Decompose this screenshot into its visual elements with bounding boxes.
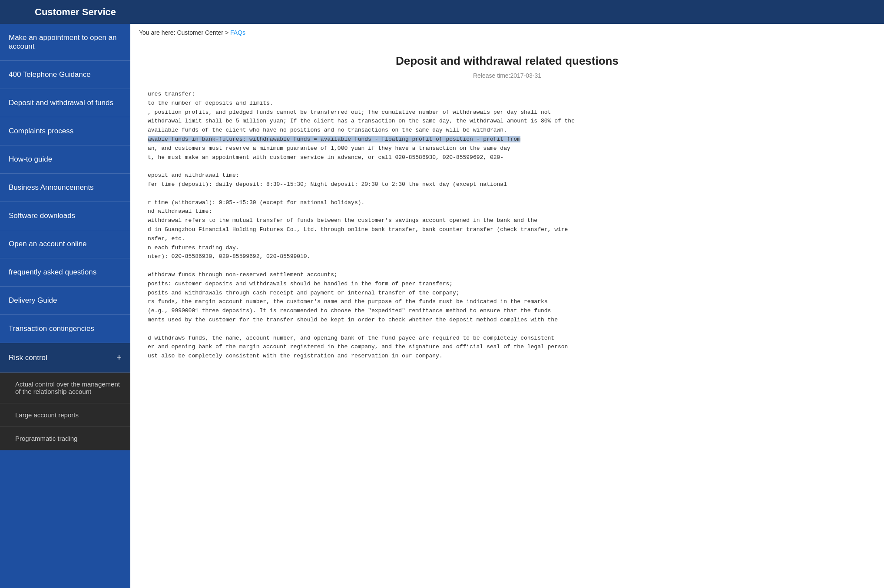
expand-icon: + <box>116 353 122 363</box>
header: Customer Service <box>0 0 884 24</box>
sidebar: Make an appointment to open an account 4… <box>0 24 130 588</box>
sidebar-item-label: Software downloads <box>9 211 75 220</box>
article-date: Release time:2017-03-31 <box>148 72 867 79</box>
sidebar-item-faq[interactable]: frequently asked questions <box>0 258 130 287</box>
sidebar-sub-item-actual-control[interactable]: Actual control over the management of th… <box>0 373 130 403</box>
sidebar-item-deposit-withdrawal[interactable]: Deposit and withdrawal of funds <box>0 89 130 117</box>
sidebar-item-telephone-guidance[interactable]: 400 Telephone Guidance <box>0 61 130 89</box>
sidebar-item-software-downloads[interactable]: Software downloads <box>0 202 130 230</box>
main-content: Deposit and withdrawal related questions… <box>130 41 884 588</box>
sidebar-item-label: frequently asked questions <box>9 268 96 277</box>
sidebar-item-complaints-process[interactable]: Complaints process <box>0 117 130 145</box>
article-content: ures transfer: to the number of deposits… <box>148 90 867 361</box>
breadcrumb-static: You are here: Customer Center > <box>139 29 230 36</box>
sidebar-sub-item-programmatic-trading[interactable]: Programmatic trading <box>0 427 130 450</box>
sidebar-item-label: Make an appointment to open an account <box>9 33 122 51</box>
sidebar-item-transaction-contingencies[interactable]: Transaction contingencies <box>0 315 130 343</box>
article-title: Deposit and withdrawal related questions <box>148 54 867 68</box>
sidebar-item-label: Complaints process <box>9 127 73 135</box>
sidebar-item-business-announcements[interactable]: Business Announcements <box>0 174 130 202</box>
sidebar-sub-item-large-account[interactable]: Large account reports <box>0 403 130 427</box>
sidebar-item-label: Business Announcements <box>9 183 94 192</box>
sidebar-item-label: Open an account online <box>9 240 87 248</box>
sidebar-item-open-account-online[interactable]: Open an account online <box>0 230 130 258</box>
sidebar-sub-item-label: Large account reports <box>15 411 79 419</box>
sidebar-item-label: Risk control <box>9 353 47 362</box>
sidebar-sub-item-label: Actual control over the management of th… <box>15 380 122 395</box>
article-body: ures transfer: to the number of deposits… <box>148 90 867 361</box>
sidebar-item-risk-control[interactable]: Risk control + <box>0 343 130 373</box>
sidebar-item-delivery-guide[interactable]: Delivery Guide <box>0 287 130 315</box>
sidebar-item-label: 400 Telephone Guidance <box>9 70 91 79</box>
sidebar-sub-item-label: Programmatic trading <box>15 435 77 442</box>
breadcrumb-link[interactable]: FAQs <box>230 29 245 36</box>
breadcrumb-bar: You are here: Customer Center > FAQs <box>130 24 884 41</box>
sidebar-item-label: Deposit and withdrawal of funds <box>9 99 113 107</box>
sidebar-item-how-to-guide[interactable]: How-to guide <box>0 145 130 174</box>
sidebar-item-make-appointment[interactable]: Make an appointment to open an account <box>0 24 130 61</box>
sidebar-item-label: Transaction contingencies <box>9 324 94 333</box>
sidebar-item-label: How-to guide <box>9 155 52 164</box>
header-title: Customer Service <box>35 7 116 18</box>
sidebar-item-label: Delivery Guide <box>9 296 57 305</box>
breadcrumb-text: You are here: Customer Center > FAQs <box>139 29 245 36</box>
